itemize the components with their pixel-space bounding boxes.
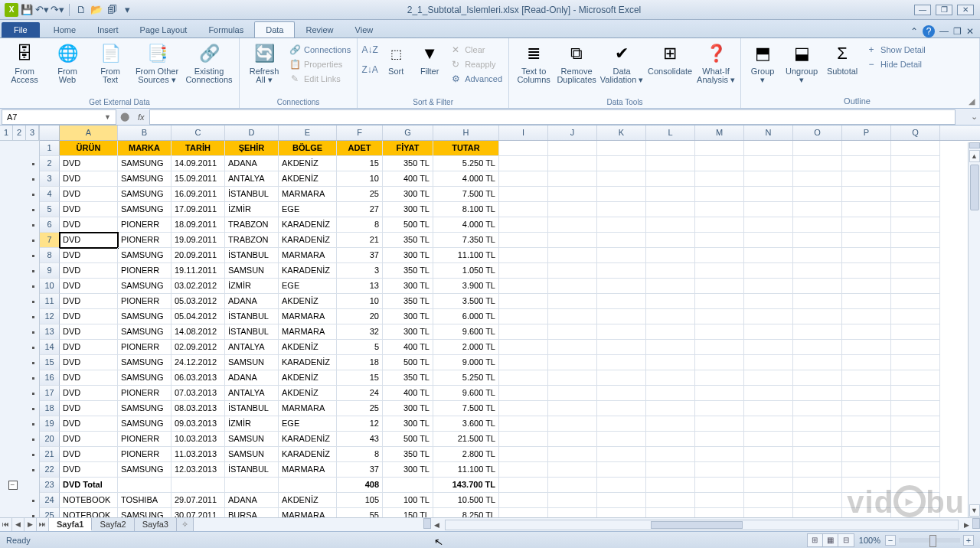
cell-O9[interactable]	[793, 263, 842, 279]
cell-F25[interactable]: 55	[337, 508, 383, 517]
cell-O8[interactable]	[793, 248, 842, 263]
cell-C16[interactable]: 06.03.2013	[172, 370, 225, 386]
cell-A2[interactable]: DVD	[60, 156, 118, 171]
tab-data[interactable]: Data	[254, 21, 295, 37]
sheet-tab-1[interactable]: Sayfa1	[49, 518, 92, 531]
sort-button[interactable]: ⬚Sort	[381, 40, 411, 96]
cell-A1[interactable]: ÜRÜN	[60, 141, 118, 156]
cell-J1[interactable]	[548, 141, 597, 156]
cell-F17[interactable]: 24	[337, 386, 383, 401]
cell-Q14[interactable]	[891, 340, 940, 355]
row-header-24[interactable]: 24	[40, 493, 60, 508]
cell-K25[interactable]	[597, 508, 646, 517]
cell-H7[interactable]: 7.350 TL	[433, 233, 499, 248]
cell-E21[interactable]: KARADENİZ	[279, 447, 337, 462]
cell-J14[interactable]	[548, 340, 597, 355]
cell-B23[interactable]	[118, 478, 172, 493]
cell-K16[interactable]	[597, 370, 646, 386]
cell-P8[interactable]	[842, 248, 891, 263]
cell-E4[interactable]: MARMARA	[279, 187, 337, 202]
cell-K14[interactable]	[597, 340, 646, 355]
cell-I3[interactable]	[499, 171, 548, 187]
cell-Q17[interactable]	[891, 386, 940, 401]
cell-D16[interactable]: ADANA	[225, 370, 279, 386]
cell-O24[interactable]	[793, 493, 842, 508]
cell-E19[interactable]: EGE	[279, 416, 337, 432]
cell-C2[interactable]: 14.09.2011	[172, 156, 225, 171]
row-header-13[interactable]: 13	[40, 324, 60, 340]
cell-P19[interactable]	[842, 416, 891, 432]
cell-K24[interactable]	[597, 493, 646, 508]
cell-A13[interactable]: DVD	[60, 324, 118, 340]
consolidate-button[interactable]: ⊞Consolidate	[647, 40, 693, 96]
cell-E5[interactable]: EGE	[279, 202, 337, 217]
cell-I17[interactable]	[499, 386, 548, 401]
cell-P1[interactable]	[842, 141, 891, 156]
cell-E6[interactable]: KARADENİZ	[279, 217, 337, 233]
cell-C15[interactable]: 24.12.2012	[172, 355, 225, 370]
cell-I19[interactable]	[499, 416, 548, 432]
qat-more-icon[interactable]: ▾	[120, 3, 134, 17]
cell-B8[interactable]: SAMSUNG	[118, 248, 172, 263]
cell-D18[interactable]: İSTANBUL	[225, 401, 279, 416]
col-header-L[interactable]: L	[646, 126, 695, 140]
outline-level-1[interactable]: 1	[0, 126, 13, 140]
cell-Q2[interactable]	[891, 156, 940, 171]
cell-N9[interactable]	[744, 263, 793, 279]
cell-J5[interactable]	[548, 202, 597, 217]
cell-H20[interactable]: 21.500 TL	[433, 432, 499, 447]
row-header-11[interactable]: 11	[40, 294, 60, 309]
cell-D3[interactable]: ANTALYA	[225, 171, 279, 187]
from-text-button[interactable]: 📄FromText	[90, 40, 130, 96]
cell-N10[interactable]	[744, 279, 793, 294]
cell-E16[interactable]: AKDENİZ	[279, 370, 337, 386]
cell-P13[interactable]	[842, 324, 891, 340]
cell-J23[interactable]	[548, 478, 597, 493]
cell-A16[interactable]: DVD	[60, 370, 118, 386]
cell-A20[interactable]: DVD	[60, 432, 118, 447]
cell-J3[interactable]	[548, 171, 597, 187]
cell-I16[interactable]	[499, 370, 548, 386]
cell-G7[interactable]: 350 TL	[383, 233, 433, 248]
cell-E18[interactable]: MARMARA	[279, 401, 337, 416]
cell-H2[interactable]: 5.250 TL	[433, 156, 499, 171]
cell-M24[interactable]	[695, 493, 744, 508]
cell-A10[interactable]: DVD	[60, 279, 118, 294]
cell-G5[interactable]: 300 TL	[383, 202, 433, 217]
cell-L9[interactable]	[646, 263, 695, 279]
cell-J12[interactable]	[548, 309, 597, 324]
cell-M23[interactable]	[695, 478, 744, 493]
zoom-out-icon[interactable]: −	[885, 535, 896, 546]
cell-N14[interactable]	[744, 340, 793, 355]
cell-B10[interactable]: SAMSUNG	[118, 279, 172, 294]
cell-C9[interactable]: 19.11.2011	[172, 263, 225, 279]
cell-N21[interactable]	[744, 447, 793, 462]
row-header-9[interactable]: 9	[40, 263, 60, 279]
col-header-D[interactable]: D	[225, 126, 279, 140]
cell-H17[interactable]: 9.600 TL	[433, 386, 499, 401]
cell-E24[interactable]: AKDENİZ	[279, 493, 337, 508]
cell-G25[interactable]: 150 TL	[383, 508, 433, 517]
new-icon[interactable]: 🗋	[74, 3, 88, 17]
cell-L12[interactable]	[646, 309, 695, 324]
cell-D11[interactable]: ADANA	[225, 294, 279, 309]
what-if-button[interactable]: ❓What-IfAnalysis ▾	[696, 40, 736, 96]
cell-D20[interactable]: SAMSUN	[225, 432, 279, 447]
cell-E14[interactable]: AKDENİZ	[279, 340, 337, 355]
cell-N20[interactable]	[744, 432, 793, 447]
fx-icon[interactable]: fx	[133, 112, 149, 122]
tab-formulas[interactable]: Formulas	[198, 22, 254, 37]
cell-F15[interactable]: 18	[337, 355, 383, 370]
cell-Q13[interactable]	[891, 324, 940, 340]
refresh-all-button[interactable]: 🔄RefreshAll ▾	[244, 40, 284, 96]
cell-G2[interactable]: 350 TL	[383, 156, 433, 171]
cell-F13[interactable]: 32	[337, 324, 383, 340]
cell-E1[interactable]: BÖLGE	[279, 141, 337, 156]
cell-B16[interactable]: SAMSUNG	[118, 370, 172, 386]
cell-M10[interactable]	[695, 279, 744, 294]
col-header-M[interactable]: M	[695, 126, 744, 140]
cell-K7[interactable]	[597, 233, 646, 248]
window-restore-icon[interactable]: ❐	[953, 26, 962, 37]
cell-F3[interactable]: 10	[337, 171, 383, 187]
cell-L22[interactable]	[646, 462, 695, 478]
